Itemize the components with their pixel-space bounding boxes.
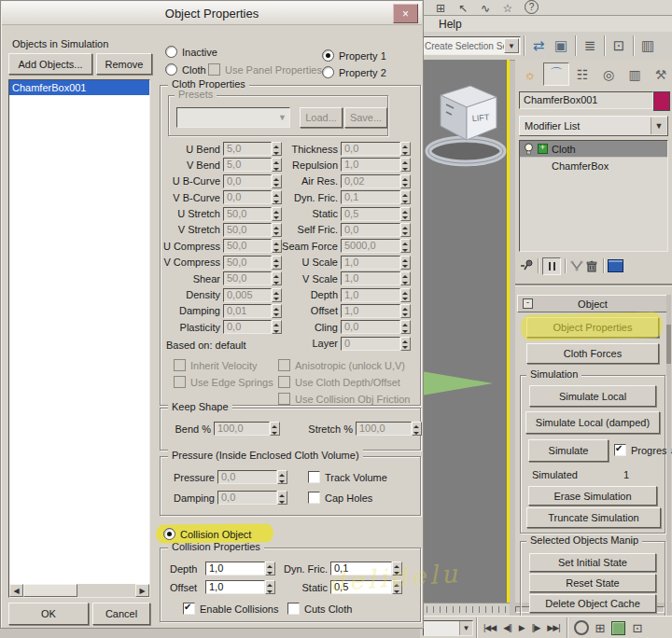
named-selection-combo[interactable]: Create Selection Se ▼ [422, 36, 521, 55]
simulate-local-button[interactable]: Simulate Local [529, 385, 656, 407]
collision-offset-field[interactable]: 1,0 [205, 580, 265, 594]
maximize-viewport-icon[interactable] [611, 621, 625, 635]
chevron-down-icon[interactable]: ▼ [651, 118, 666, 134]
collision-depth-field[interactable]: 1,0 [205, 562, 265, 576]
show-end-result-icon[interactable] [542, 257, 561, 275]
cloth-forces-button[interactable]: Cloth Forces [526, 343, 659, 364]
frame-dropdown[interactable]: ▼ [423, 620, 473, 636]
air-res-spinner [400, 174, 411, 188]
simulate-local-damped-button[interactable]: Simulate Local (damped) [525, 411, 660, 434]
select-by-name-icon[interactable]: ⊞ [429, 1, 452, 15]
yellow-highlight [521, 312, 664, 340]
expand-plus-icon[interactable]: + [538, 144, 548, 154]
object-color-swatch[interactable] [653, 91, 670, 111]
rollout-object-header[interactable]: - Object [517, 295, 668, 312]
collapse-icon[interactable]: - [523, 298, 533, 309]
bend-pct-spinner [270, 422, 280, 436]
chevron-down-icon[interactable]: ▼ [504, 38, 519, 53]
named-selection-icon[interactable]: ☆ [497, 1, 519, 15]
enable-collisions-checkbox[interactable]: Enable Collisions [183, 602, 278, 616]
collision-dynfric-field[interactable]: 0,1 [330, 562, 392, 576]
add-objects-button[interactable]: Add Objects... [8, 53, 92, 75]
stack-item-chamferbox[interactable]: ChamferBox [520, 157, 667, 173]
close-icon[interactable]: × [393, 4, 418, 23]
tab-motion[interactable]: ◎ [595, 62, 622, 86]
remove-modifier-icon[interactable] [584, 259, 599, 273]
collision-dynfric-spinner[interactable] [392, 562, 402, 576]
make-unique-icon[interactable] [569, 259, 584, 272]
cloth-radio[interactable]: Cloth [165, 62, 206, 76]
pin-stack-icon[interactable] [519, 258, 534, 273]
stack-item-cloth[interactable]: +Cloth [520, 141, 667, 157]
viewcube[interactable]: LIFT [424, 76, 508, 181]
checkbox-check-icon[interactable] [614, 444, 626, 456]
reset-state-button[interactable]: Reset State [529, 574, 656, 592]
align-icon[interactable]: ▣ [550, 35, 572, 57]
go-to-start-icon[interactable]: |◀◀ [480, 619, 499, 636]
tab-display[interactable]: ▥ [622, 62, 648, 86]
horizontal-scrollbar[interactable]: ◀ ▶ [9, 584, 149, 597]
viewport-layout-icon[interactable]: ⊞ [595, 621, 606, 635]
cap-holes-checkbox[interactable]: Cap Holes [308, 491, 372, 505]
select-region-icon[interactable]: ∿ [474, 1, 497, 15]
cuts-cloth-checkbox[interactable]: Cuts Cloth [287, 602, 352, 616]
tab-hierarchy[interactable]: ☷ [569, 62, 595, 86]
tab-utilities[interactable]: ⚒ [648, 62, 672, 86]
time-slider-ticks[interactable] [420, 603, 510, 617]
curve-editor-icon[interactable]: ⊡ [608, 35, 630, 57]
collision-static-spinner[interactable] [392, 580, 402, 594]
remove-button[interactable]: Remove [96, 53, 152, 75]
key-mode-toggle-icon[interactable] [574, 620, 589, 635]
erase-simulation-button[interactable]: Erase Simulation [528, 486, 657, 506]
scene-object-green[interactable] [420, 368, 493, 399]
objects-list[interactable]: ChamferBox001 ◀ ▶ [8, 79, 150, 598]
delete-object-cache-button[interactable]: Delete Object Cache [529, 594, 656, 613]
property2-radio[interactable]: Property 2 [322, 65, 386, 79]
mirror-icon[interactable]: ⇄ [527, 35, 550, 57]
dialog-title-bar[interactable]: Object Properties [2, 2, 422, 25]
track-volume-checkbox[interactable]: Track Volume [308, 470, 387, 484]
scrollbar-thumb[interactable] [23, 584, 77, 597]
scroll-right-icon[interactable]: ▶ [135, 584, 149, 597]
list-item[interactable]: ChamferBox001 [9, 80, 149, 95]
truncate-simulation-button[interactable]: Truncate Simulation [526, 507, 661, 528]
cancel-button[interactable]: Cancel [92, 603, 150, 625]
ok-button[interactable]: OK [8, 603, 89, 625]
select-object-icon[interactable]: ↖ [452, 1, 474, 15]
menu-help[interactable]: Help [439, 18, 462, 31]
layer-manager-icon[interactable]: ≣ [579, 35, 601, 57]
inactive-radio[interactable]: Inactive [165, 45, 217, 59]
bend-pct-label: Bend % [168, 423, 214, 435]
chevron-down-icon[interactable]: ▼ [459, 621, 472, 635]
panel-scrollbar[interactable] [666, 295, 671, 619]
stretch-pct-spinner [412, 422, 422, 436]
simulate-button[interactable]: Simulate [528, 439, 609, 462]
next-frame-icon[interactable]: ||▶ [528, 619, 544, 636]
use-edge-springs-checkbox: Use Edge Springs [174, 375, 273, 389]
collision-offset-spinner[interactable] [265, 580, 275, 594]
collision-depth-spinner[interactable] [265, 562, 275, 576]
collision-static-field[interactable]: 0,5 [330, 580, 392, 594]
collision-object-radio[interactable]: Collision Object [163, 527, 251, 541]
progress-checkbox[interactable]: Progress [614, 443, 672, 457]
seam-force-spinner [400, 239, 411, 253]
object-name-field[interactable]: ChamferBox001 [519, 91, 653, 109]
based-on-label: Based on: default [166, 340, 246, 351]
modifier-stack[interactable]: +ClothChamferBox [519, 140, 668, 252]
viewport[interactable]: LIFT [420, 60, 510, 603]
thickness-spinner [400, 142, 411, 156]
tab-modify[interactable]: ⌒ [543, 62, 569, 86]
modifier-list-dropdown[interactable]: Modifier List ▼ [519, 116, 668, 136]
go-to-end-icon[interactable]: ▶▶| [543, 619, 563, 636]
help-icon[interactable]: ? [525, 0, 539, 14]
tab-create[interactable]: ☼ [517, 62, 543, 86]
schematic-view-icon[interactable]: ▥ [637, 35, 659, 57]
rollout-object-title: Object [578, 298, 608, 310]
configure-modifier-sets-icon[interactable] [608, 259, 623, 272]
play-icon[interactable]: ▶ [515, 619, 528, 636]
cascade-windows-icon[interactable]: ⊡ [632, 621, 642, 635]
property1-radio[interactable]: Property 1 [322, 49, 386, 62]
prev-frame-icon[interactable]: ◀|| [499, 619, 515, 636]
scroll-left-icon[interactable]: ◀ [9, 584, 23, 597]
set-initial-state-button[interactable]: Set Initial State [529, 553, 656, 572]
